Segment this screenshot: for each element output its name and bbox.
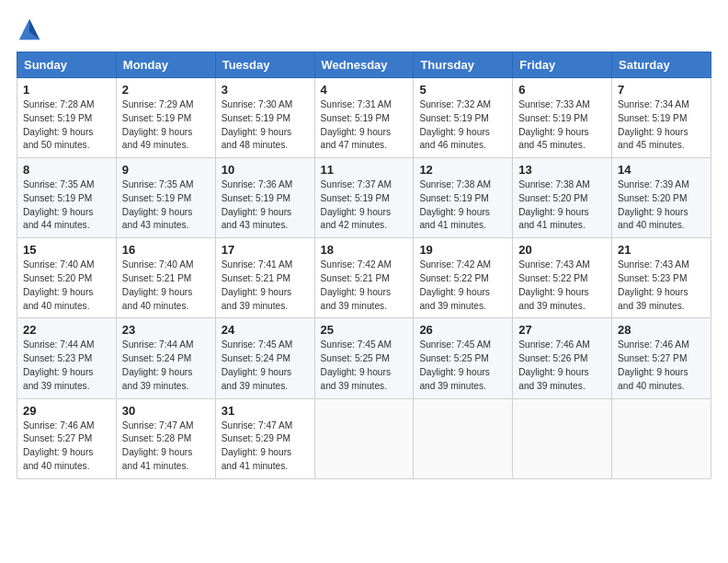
calendar-table: SundayMondayTuesdayWednesdayThursdayFrid… <box>17 52 711 479</box>
day-info: Sunrise: 7:30 AM Sunset: 5:19 PM Dayligh… <box>222 98 309 153</box>
week-row-2: 8 Sunrise: 7:35 AM Sunset: 5:19 PM Dayli… <box>17 158 711 238</box>
day-number: 8 <box>23 163 110 177</box>
day-number: 23 <box>122 323 210 337</box>
col-header-tuesday: Tuesday <box>215 52 314 78</box>
day-cell: 23 Sunrise: 7:44 AM Sunset: 5:24 PM Dayl… <box>116 318 215 398</box>
day-info: Sunrise: 7:36 AM Sunset: 5:19 PM Dayligh… <box>222 178 309 233</box>
day-cell: 10 Sunrise: 7:36 AM Sunset: 5:19 PM Dayl… <box>215 158 314 238</box>
day-number: 18 <box>321 243 408 257</box>
day-number: 30 <box>122 404 210 418</box>
day-number: 22 <box>23 323 110 337</box>
day-number: 1 <box>23 83 110 97</box>
day-number: 21 <box>618 243 705 257</box>
day-cell <box>314 398 414 478</box>
day-cell: 24 Sunrise: 7:45 AM Sunset: 5:24 PM Dayl… <box>215 318 314 398</box>
day-info: Sunrise: 7:38 AM Sunset: 5:20 PM Dayligh… <box>518 178 606 233</box>
col-header-thursday: Thursday <box>414 52 513 78</box>
day-cell: 26 Sunrise: 7:45 AM Sunset: 5:25 PM Dayl… <box>414 318 513 398</box>
day-number: 13 <box>518 163 606 177</box>
day-info: Sunrise: 7:46 AM Sunset: 5:27 PM Dayligh… <box>23 419 110 474</box>
day-cell: 29 Sunrise: 7:46 AM Sunset: 5:27 PM Dayl… <box>17 398 117 478</box>
day-cell: 5 Sunrise: 7:32 AM Sunset: 5:19 PM Dayli… <box>414 78 513 158</box>
day-cell: 19 Sunrise: 7:42 AM Sunset: 5:22 PM Dayl… <box>414 238 513 318</box>
day-info: Sunrise: 7:38 AM Sunset: 5:19 PM Dayligh… <box>419 178 506 233</box>
day-info: Sunrise: 7:43 AM Sunset: 5:22 PM Dayligh… <box>518 259 606 313</box>
day-number: 11 <box>321 163 408 177</box>
day-cell: 31 Sunrise: 7:47 AM Sunset: 5:29 PM Dayl… <box>215 398 314 478</box>
day-info: Sunrise: 7:37 AM Sunset: 5:19 PM Dayligh… <box>321 178 408 233</box>
day-cell: 20 Sunrise: 7:43 AM Sunset: 5:22 PM Dayl… <box>513 238 612 318</box>
day-number: 2 <box>122 83 210 97</box>
day-cell: 8 Sunrise: 7:35 AM Sunset: 5:19 PM Dayli… <box>17 158 117 238</box>
col-header-friday: Friday <box>513 52 612 78</box>
page: SundayMondayTuesdayWednesdayThursdayFrid… <box>0 0 728 563</box>
day-info: Sunrise: 7:47 AM Sunset: 5:28 PM Dayligh… <box>122 419 210 474</box>
day-number: 19 <box>419 243 506 257</box>
calendar-header-row: SundayMondayTuesdayWednesdayThursdayFrid… <box>17 52 711 78</box>
day-cell: 15 Sunrise: 7:40 AM Sunset: 5:20 PM Dayl… <box>17 238 117 318</box>
day-cell: 3 Sunrise: 7:30 AM Sunset: 5:19 PM Dayli… <box>215 78 314 158</box>
day-number: 7 <box>618 83 705 97</box>
day-cell: 1 Sunrise: 7:28 AM Sunset: 5:19 PM Dayli… <box>17 78 117 158</box>
header <box>17 17 711 42</box>
day-info: Sunrise: 7:44 AM Sunset: 5:23 PM Dayligh… <box>23 339 110 393</box>
day-info: Sunrise: 7:35 AM Sunset: 5:19 PM Dayligh… <box>23 178 110 233</box>
day-number: 12 <box>419 163 506 177</box>
day-cell: 22 Sunrise: 7:44 AM Sunset: 5:23 PM Dayl… <box>17 318 117 398</box>
day-cell: 16 Sunrise: 7:40 AM Sunset: 5:21 PM Dayl… <box>116 238 215 318</box>
col-header-monday: Monday <box>116 52 215 78</box>
day-number: 17 <box>222 243 309 257</box>
day-number: 28 <box>618 323 705 337</box>
day-info: Sunrise: 7:43 AM Sunset: 5:23 PM Dayligh… <box>618 259 705 313</box>
day-number: 31 <box>222 404 309 418</box>
day-number: 10 <box>222 163 309 177</box>
day-cell: 9 Sunrise: 7:35 AM Sunset: 5:19 PM Dayli… <box>116 158 215 238</box>
day-cell: 7 Sunrise: 7:34 AM Sunset: 5:19 PM Dayli… <box>612 78 711 158</box>
day-number: 27 <box>518 323 606 337</box>
week-row-5: 29 Sunrise: 7:46 AM Sunset: 5:27 PM Dayl… <box>17 398 711 478</box>
day-cell: 14 Sunrise: 7:39 AM Sunset: 5:20 PM Dayl… <box>612 158 711 238</box>
day-info: Sunrise: 7:39 AM Sunset: 5:20 PM Dayligh… <box>618 178 705 233</box>
day-cell: 28 Sunrise: 7:46 AM Sunset: 5:27 PM Dayl… <box>612 318 711 398</box>
day-info: Sunrise: 7:31 AM Sunset: 5:19 PM Dayligh… <box>321 98 408 153</box>
day-number: 5 <box>419 83 506 97</box>
day-number: 3 <box>222 83 309 97</box>
day-info: Sunrise: 7:45 AM Sunset: 5:25 PM Dayligh… <box>321 339 408 393</box>
day-info: Sunrise: 7:35 AM Sunset: 5:19 PM Dayligh… <box>122 178 210 233</box>
day-info: Sunrise: 7:42 AM Sunset: 5:21 PM Dayligh… <box>321 259 408 313</box>
logo-icon <box>17 17 42 42</box>
col-header-sunday: Sunday <box>17 52 117 78</box>
day-number: 6 <box>518 83 606 97</box>
day-info: Sunrise: 7:46 AM Sunset: 5:26 PM Dayligh… <box>518 339 606 393</box>
day-info: Sunrise: 7:32 AM Sunset: 5:19 PM Dayligh… <box>419 98 506 153</box>
day-info: Sunrise: 7:34 AM Sunset: 5:19 PM Dayligh… <box>618 98 705 153</box>
day-info: Sunrise: 7:46 AM Sunset: 5:27 PM Dayligh… <box>618 339 705 393</box>
day-cell: 25 Sunrise: 7:45 AM Sunset: 5:25 PM Dayl… <box>314 318 414 398</box>
day-cell: 27 Sunrise: 7:46 AM Sunset: 5:26 PM Dayl… <box>513 318 612 398</box>
week-row-3: 15 Sunrise: 7:40 AM Sunset: 5:20 PM Dayl… <box>17 238 711 318</box>
day-cell: 6 Sunrise: 7:33 AM Sunset: 5:19 PM Dayli… <box>513 78 612 158</box>
day-info: Sunrise: 7:44 AM Sunset: 5:24 PM Dayligh… <box>122 339 210 393</box>
day-info: Sunrise: 7:29 AM Sunset: 5:19 PM Dayligh… <box>122 98 210 153</box>
col-header-wednesday: Wednesday <box>314 52 414 78</box>
day-cell: 30 Sunrise: 7:47 AM Sunset: 5:28 PM Dayl… <box>116 398 215 478</box>
day-info: Sunrise: 7:40 AM Sunset: 5:21 PM Dayligh… <box>122 259 210 313</box>
day-info: Sunrise: 7:45 AM Sunset: 5:24 PM Dayligh… <box>222 339 309 393</box>
day-cell: 11 Sunrise: 7:37 AM Sunset: 5:19 PM Dayl… <box>314 158 414 238</box>
day-number: 20 <box>518 243 606 257</box>
day-number: 16 <box>122 243 210 257</box>
day-number: 25 <box>321 323 408 337</box>
day-info: Sunrise: 7:45 AM Sunset: 5:25 PM Dayligh… <box>419 339 506 393</box>
day-info: Sunrise: 7:42 AM Sunset: 5:22 PM Dayligh… <box>419 259 506 313</box>
logo <box>17 17 46 42</box>
day-info: Sunrise: 7:28 AM Sunset: 5:19 PM Dayligh… <box>23 98 110 153</box>
day-number: 9 <box>122 163 210 177</box>
day-number: 26 <box>419 323 506 337</box>
day-number: 29 <box>23 404 110 418</box>
day-cell <box>513 398 612 478</box>
day-info: Sunrise: 7:40 AM Sunset: 5:20 PM Dayligh… <box>23 259 110 313</box>
col-header-saturday: Saturday <box>612 52 711 78</box>
day-cell: 4 Sunrise: 7:31 AM Sunset: 5:19 PM Dayli… <box>314 78 414 158</box>
day-number: 14 <box>618 163 705 177</box>
day-info: Sunrise: 7:41 AM Sunset: 5:21 PM Dayligh… <box>222 259 309 313</box>
